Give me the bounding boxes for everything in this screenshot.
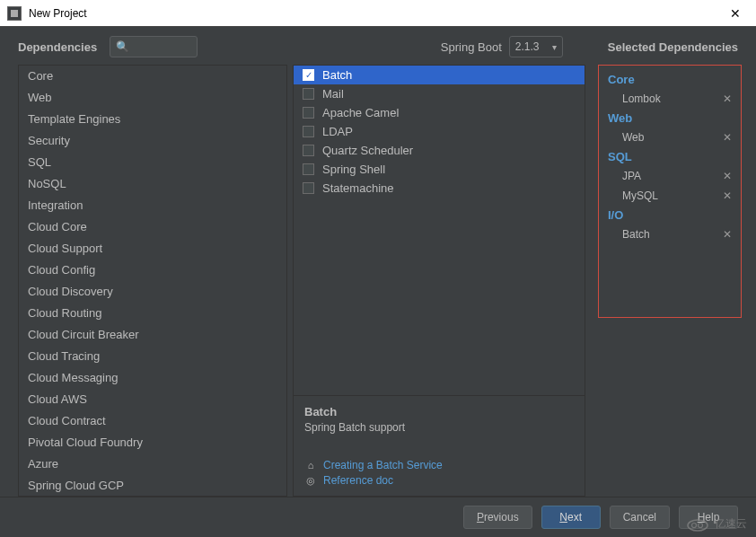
dependency-item-label: Batch — [322, 68, 352, 82]
svg-point-3 — [699, 524, 703, 528]
cancel-button[interactable]: Cancel — [610, 506, 670, 529]
svg-rect-0 — [11, 10, 18, 17]
dependency-item-label: Statemachine — [322, 181, 394, 195]
window-title: New Project — [29, 7, 722, 20]
category-list[interactable]: CoreWebTemplate EnginesSecuritySQLNoSQLI… — [18, 65, 287, 497]
category-item[interactable]: Azure — [19, 453, 286, 475]
dependency-list[interactable]: ✓BatchMailApache CamelLDAPQuartz Schedul… — [294, 66, 585, 395]
header-row: Dependencies 🔍 Spring Boot 2.1.3 Selecte… — [0, 27, 756, 65]
category-item[interactable]: Core — [19, 66, 286, 87]
info-link[interactable]: ◎Reference doc — [304, 474, 574, 487]
spring-boot-label: Spring Boot — [441, 40, 502, 54]
selected-group-header: Web — [602, 109, 737, 128]
dependency-item-label: LDAP — [322, 125, 353, 138]
checkbox-icon[interactable] — [303, 182, 314, 194]
dependency-item[interactable]: Apache Camel — [294, 103, 585, 122]
spring-boot-version-value: 2.1.3 — [515, 40, 540, 53]
info-description: Spring Batch support — [304, 421, 574, 434]
info-link[interactable]: ⌂Creating a Batch Service — [304, 459, 574, 471]
link-icon: ◎ — [304, 475, 317, 487]
dependency-item[interactable]: ✓Batch — [294, 66, 585, 84]
spring-boot-version-dropdown[interactable]: 2.1.3 — [509, 36, 563, 57]
titlebar: New Project ✕ — [0, 0, 756, 27]
selected-item-label: Batch — [622, 228, 650, 241]
info-title: Batch — [304, 405, 574, 418]
dependency-item-label: Spring Shell — [322, 163, 385, 176]
selected-group-header: Core — [602, 70, 737, 89]
selected-dependencies-label: Selected Dependencies — [608, 40, 738, 54]
checkbox-icon[interactable] — [303, 163, 314, 175]
checkbox-icon[interactable]: ✓ — [303, 69, 314, 81]
dependency-info: Batch Spring Batch support ⌂Creating a B… — [294, 395, 585, 496]
selected-item-label: Lombok — [622, 92, 661, 105]
selected-item[interactable]: MySQL✕ — [602, 186, 737, 206]
dependency-item[interactable]: Spring Shell — [294, 160, 585, 179]
button-bar: Previous Next Cancel Help — [0, 497, 756, 537]
selected-group-header: I/O — [602, 206, 737, 224]
category-item[interactable]: Cloud Circuit Breaker — [19, 324, 286, 346]
dependency-panel: ✓BatchMailApache CamelLDAPQuartz Schedul… — [293, 65, 585, 497]
info-link-text[interactable]: Reference doc — [323, 474, 393, 487]
category-item[interactable]: Pivotal Cloud Foundry — [19, 432, 286, 453]
category-item[interactable]: Cloud Core — [19, 216, 286, 238]
category-item[interactable]: Cloud AWS — [19, 389, 286, 410]
search-icon: 🔍 — [116, 40, 129, 53]
remove-icon[interactable]: ✕ — [723, 131, 732, 144]
selected-item-label: Web — [622, 131, 644, 144]
link-icon: ⌂ — [304, 460, 317, 471]
category-item[interactable]: Template Engines — [19, 109, 286, 130]
category-item[interactable]: SQL — [19, 152, 286, 173]
selected-dependencies-panel: CoreLombok✕WebWeb✕SQLJPA✕MySQL✕I/OBatch✕ — [598, 65, 742, 318]
remove-icon[interactable]: ✕ — [723, 170, 732, 182]
category-item[interactable]: Cloud Discovery — [19, 281, 286, 303]
dependency-item[interactable]: Statemachine — [294, 179, 585, 198]
close-icon[interactable]: ✕ — [722, 0, 749, 27]
category-item[interactable]: Integration — [19, 195, 286, 216]
selected-item[interactable]: Lombok✕ — [602, 89, 737, 109]
dependency-item-label: Quartz Scheduler — [322, 144, 413, 157]
dependency-item-label: Mail — [322, 87, 344, 101]
remove-icon[interactable]: ✕ — [723, 228, 732, 241]
app-icon — [7, 6, 22, 21]
category-item[interactable]: NoSQL — [19, 173, 286, 195]
dependency-item[interactable]: Mail — [294, 84, 585, 103]
category-item[interactable]: Web — [19, 87, 286, 109]
dependency-item-label: Apache Camel — [322, 106, 399, 119]
selected-item[interactable]: Web✕ — [602, 128, 737, 147]
next-button[interactable]: Next — [541, 506, 601, 529]
selected-item-label: JPA — [622, 170, 641, 182]
info-link-text[interactable]: Creating a Batch Service — [323, 459, 443, 471]
category-item[interactable]: Cloud Config — [19, 260, 286, 281]
cloud-icon — [686, 515, 709, 532]
selected-item[interactable]: JPA✕ — [602, 166, 737, 186]
category-item[interactable]: Cloud Routing — [19, 303, 286, 324]
checkbox-icon[interactable] — [303, 88, 314, 100]
svg-point-2 — [692, 524, 697, 528]
checkbox-icon[interactable] — [303, 107, 314, 119]
search-input[interactable]: 🔍 — [110, 36, 198, 57]
watermark: 亿速云 — [686, 515, 747, 532]
main-area: CoreWebTemplate EnginesSecuritySQLNoSQLI… — [0, 65, 756, 497]
remove-icon[interactable]: ✕ — [723, 92, 732, 105]
selected-group-header: SQL — [602, 147, 737, 166]
dependency-item[interactable]: LDAP — [294, 122, 585, 141]
checkbox-icon[interactable] — [303, 145, 314, 156]
category-item[interactable]: Spring Cloud GCP — [19, 475, 286, 497]
selected-item[interactable]: Batch✕ — [602, 224, 737, 244]
category-item[interactable]: Cloud Support — [19, 238, 286, 260]
new-project-dialog: New Project ✕ Dependencies 🔍 Spring Boot… — [0, 0, 756, 537]
category-item[interactable]: Security — [19, 130, 286, 152]
checkbox-icon[interactable] — [303, 126, 314, 137]
remove-icon[interactable]: ✕ — [723, 189, 732, 202]
category-item[interactable]: Cloud Messaging — [19, 367, 286, 389]
category-item[interactable]: Cloud Contract — [19, 410, 286, 432]
previous-button[interactable]: Previous — [463, 506, 532, 529]
selected-item-label: MySQL — [622, 189, 658, 202]
dependencies-label: Dependencies — [18, 40, 97, 54]
category-item[interactable]: Cloud Tracing — [19, 346, 286, 367]
dependency-item[interactable]: Quartz Scheduler — [294, 141, 585, 160]
